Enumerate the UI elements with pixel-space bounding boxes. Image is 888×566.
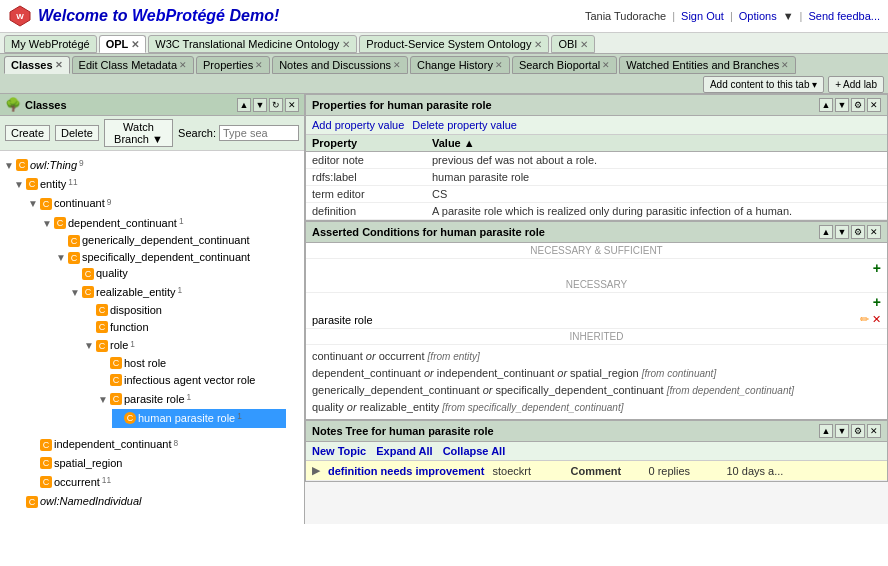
close-icon[interactable]: ✕	[55, 60, 63, 70]
prop-collapse-button[interactable]: ▼	[835, 98, 849, 112]
node-count: 9	[107, 195, 112, 213]
close-icon[interactable]: ✕	[179, 60, 187, 70]
options-link[interactable]: Options	[739, 10, 777, 22]
prop-value-cell: human parasite role	[426, 169, 887, 186]
create-class-button[interactable]: Create	[5, 125, 50, 141]
feedback-link[interactable]: Send feedba...	[808, 10, 880, 22]
inherited-row-3: generically_dependent_continuant or spec…	[312, 382, 881, 399]
class-icon: C	[40, 476, 52, 488]
expand-icon[interactable]: ▼	[4, 158, 14, 173]
delete-icon[interactable]: ✕	[872, 313, 881, 326]
notes-expand-button[interactable]: ▲	[819, 424, 833, 438]
class-icon: C	[110, 374, 122, 386]
delete-class-button[interactable]: Delete	[55, 125, 99, 141]
close-icon[interactable]: ✕	[255, 60, 263, 70]
asserted-expand-button[interactable]: ▲	[819, 225, 833, 239]
add-icon[interactable]: +	[873, 260, 881, 276]
sub-tab-notes[interactable]: Notes and Discussions ✕	[272, 56, 408, 74]
class-icon: C	[40, 439, 52, 451]
tab-mywebprotege[interactable]: My WebProtégé	[4, 35, 97, 53]
add-content-button[interactable]: Add content to this tab ▾	[703, 76, 824, 93]
expand-icon[interactable]: ▼	[14, 177, 24, 192]
properties-table: Property Value ▲ editor note previous de…	[306, 135, 887, 220]
expand-icon[interactable]: ▼	[70, 285, 80, 300]
asserted-collapse-button[interactable]: ▼	[835, 225, 849, 239]
delete-property-link[interactable]: Delete property value	[412, 119, 517, 131]
inherited-label: INHERITED	[306, 329, 887, 345]
sub-tab-bioportal[interactable]: Search Bioportal ✕	[512, 56, 617, 74]
add-property-link[interactable]: Add property value	[312, 119, 404, 131]
class-icon: C	[82, 268, 94, 280]
note-title[interactable]: definition needs improvement	[328, 465, 484, 477]
sub-tab-properties[interactable]: Properties ✕	[196, 56, 270, 74]
tree-node-role: ▼ C role 1	[84, 336, 292, 431]
close-icon[interactable]: ✕	[131, 39, 139, 50]
sub-tab-bar: Classes ✕ Edit Class Metadata ✕ Properti…	[0, 54, 888, 94]
expand-arrow-icon[interactable]: ▶	[312, 464, 320, 477]
sub-tab-edit-metadata[interactable]: Edit Class Metadata ✕	[72, 56, 194, 74]
close-icon[interactable]: ✕	[602, 60, 610, 70]
sub-tab-classes[interactable]: Classes ✕	[4, 56, 70, 74]
notes-collapse-button[interactable]: ▼	[835, 424, 849, 438]
expand-icon[interactable]: ▼	[28, 196, 38, 211]
sub-tab-change-history[interactable]: Change History ✕	[410, 56, 510, 74]
close-icon[interactable]: ✕	[580, 39, 588, 50]
expand-icon[interactable]: ▼	[84, 338, 94, 353]
tree-node-dependent-continuant: ▼ C dependent_continuant 1	[42, 213, 298, 434]
expand-icon[interactable]: ▼	[42, 216, 52, 231]
close-icon[interactable]: ✕	[534, 39, 542, 50]
tree-menu-button[interactable]: ✕	[285, 98, 299, 112]
notes-close-button[interactable]: ✕	[867, 424, 881, 438]
notes-toolbar: New Topic Expand All Collapse All	[306, 442, 887, 461]
tab-opl[interactable]: OPL ✕	[99, 35, 147, 53]
inherited-row-1: continuant or occurrent [from entity]	[312, 348, 881, 365]
node-label: specifically_dependent_continuant	[82, 250, 250, 265]
class-icon: C	[96, 304, 108, 316]
new-topic-link[interactable]: New Topic	[312, 445, 366, 457]
node-count: 1	[178, 283, 183, 301]
tab-w3c[interactable]: W3C Translational Medicine Ontology ✕	[148, 35, 357, 53]
add-necessary: +	[306, 293, 887, 311]
prop-close-button[interactable]: ✕	[867, 98, 881, 112]
close-icon[interactable]: ✕	[781, 60, 789, 70]
prop-expand-button[interactable]: ▲	[819, 98, 833, 112]
watch-branch-button[interactable]: Watch Branch ▼	[104, 119, 173, 147]
expand-icon[interactable]: ▼	[56, 250, 66, 265]
collapse-all-link[interactable]: Collapse All	[443, 445, 506, 457]
add-icon[interactable]: +	[873, 294, 881, 310]
sub-tab-watched[interactable]: Watched Entities and Branches ✕	[619, 56, 796, 74]
tree-collapse-button[interactable]: ▼	[253, 98, 267, 112]
tree-node-quality: C quality	[70, 265, 294, 282]
node-count: 9	[79, 156, 84, 174]
notes-section-title: Notes Tree for human parasite role	[312, 425, 494, 437]
prop-name-cell: editor note	[306, 152, 426, 169]
expand-icon[interactable]: ▼	[98, 392, 108, 407]
tab-pss[interactable]: Product-Service System Ontology ✕	[359, 35, 549, 53]
close-icon[interactable]: ✕	[342, 39, 350, 50]
class-icon: C	[110, 357, 122, 369]
tab-obi[interactable]: OBI ✕	[551, 35, 595, 53]
asserted-menu-button[interactable]: ⚙	[851, 225, 865, 239]
tree-refresh-button[interactable]: ↻	[269, 98, 283, 112]
prop-value-cell: A parasite role which is realized only d…	[426, 203, 887, 220]
section-controls: ▲ ▼ ⚙ ✕	[819, 98, 881, 112]
close-icon[interactable]: ✕	[495, 60, 503, 70]
close-icon[interactable]: ✕	[393, 60, 401, 70]
class-icon: C	[68, 235, 80, 247]
add-lab-button[interactable]: + Add lab	[828, 76, 884, 93]
tree-expand-button[interactable]: ▲	[237, 98, 251, 112]
tree-node-function: C function	[84, 319, 292, 336]
asserted-close-button[interactable]: ✕	[867, 225, 881, 239]
sign-out-link[interactable]: Sign Out	[681, 10, 724, 22]
prop-name-cell: term editor	[306, 186, 426, 203]
app-logo-icon: W	[8, 4, 32, 28]
expand-all-link[interactable]: Expand All	[376, 445, 432, 457]
prop-menu-button[interactable]: ⚙	[851, 98, 865, 112]
col-value: Value ▲	[426, 135, 887, 152]
notes-menu-button[interactable]: ⚙	[851, 424, 865, 438]
search-input[interactable]	[219, 125, 299, 141]
edit-icon[interactable]: ✏	[860, 313, 869, 326]
notes-tree-section: Notes Tree for human parasite role ▲ ▼ ⚙…	[305, 420, 888, 482]
tree-search-box: Search:	[178, 125, 299, 141]
section-controls: ▲ ▼ ⚙ ✕	[819, 424, 881, 438]
